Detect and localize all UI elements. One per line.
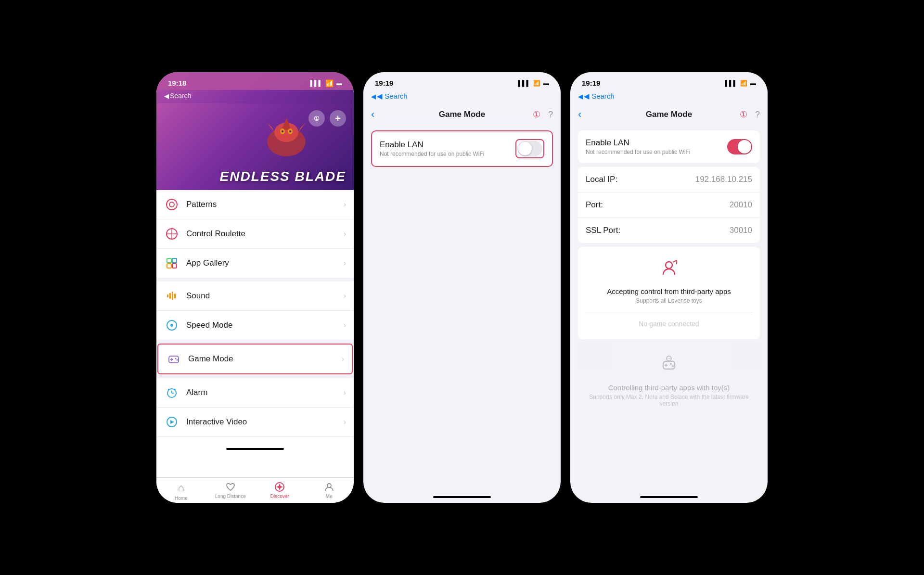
menu-item-speed-mode[interactable]: Speed Mode › — [156, 311, 354, 340]
long-distance-tab-icon — [225, 482, 236, 492]
nav-header-2: ‹ Game Mode ① ? — [363, 104, 561, 127]
menu-item-interactive-video[interactable]: Interactive Video › — [156, 408, 354, 437]
menu-item-game-mode[interactable]: Game Mode › — [157, 344, 353, 374]
toggle-knob-2 — [518, 142, 532, 155]
svg-point-45 — [670, 363, 672, 365]
back-button-2[interactable]: ‹ — [371, 108, 374, 121]
alarm-chevron: › — [344, 388, 346, 397]
tab-discover[interactable]: Discover — [255, 482, 305, 501]
svg-marker-35 — [170, 420, 174, 424]
third-party-card: Accepting control from third-party apps … — [578, 247, 760, 339]
menu-item-alarm[interactable]: Alarm › — [156, 378, 354, 408]
lan-toggle-3[interactable] — [727, 139, 752, 154]
svg-point-28 — [177, 359, 178, 361]
port-label: Port: — [586, 200, 730, 210]
hero-title: ENDLESS BLADE — [220, 169, 346, 184]
menu-item-app-gallery[interactable]: App Gallery › — [156, 249, 354, 278]
menu-item-control-roulette[interactable]: Control Roulette › — [156, 219, 354, 249]
svg-point-38 — [327, 484, 331, 487]
control-card-title: Controlling third-party apps with toy(s) — [608, 383, 730, 392]
sound-label: Sound — [186, 291, 344, 301]
home-indicator-3 — [640, 496, 698, 498]
lan-toggle-2[interactable] — [517, 141, 542, 156]
svg-point-47 — [667, 356, 671, 361]
phone-screen-3: 19:19 ▌▌▌ 📶 ▬ ◀ ◀ Search ‹ Game Mode ① ? — [570, 72, 768, 503]
menu-item-wish-list[interactable]: Wish List › — [156, 437, 354, 445]
patterns-chevron: › — [344, 200, 346, 209]
game-mode-label: Game Mode — [188, 354, 342, 364]
nav-title-3: Game Mode — [646, 110, 692, 119]
svg-point-5 — [282, 130, 283, 132]
search-back-3: ◀ ◀ Search — [570, 90, 768, 104]
svg-point-46 — [672, 365, 674, 367]
tab-home[interactable]: ⌂ Home — [156, 482, 206, 501]
lan-row-3: Enable LAN Not recommended for use on pu… — [578, 130, 760, 163]
me-tab-icon — [324, 482, 334, 492]
lan-sublabel-3: Not recommended for use on public WiFi — [586, 149, 727, 155]
battery-icon-1: ▬ — [336, 80, 342, 87]
port-value: 20010 — [730, 200, 752, 210]
time-2: 19:19 — [375, 79, 393, 87]
status-bar-1: 19:18 ▌▌▌ 📶 ▬ — [156, 72, 354, 90]
control-roulette-icon — [164, 226, 180, 242]
tab-me[interactable]: Me — [305, 482, 354, 501]
profile-icon-2[interactable]: ① — [533, 109, 540, 120]
search-back-chevron-2: ◀ — [371, 93, 376, 100]
home-indicator-1 — [226, 448, 284, 450]
back-chevron-3: ‹ — [578, 108, 581, 121]
discover-tab-icon — [274, 482, 285, 492]
menu-item-sound[interactable]: Sound › — [156, 281, 354, 311]
hero-controls: ① + — [308, 110, 346, 127]
third-party-icon — [659, 258, 679, 281]
svg-marker-37 — [276, 484, 283, 490]
control-card-subtitle: Supports only Max 2, Nora and Solace wit… — [586, 394, 752, 407]
nav-actions-3: ① ? — [740, 109, 760, 120]
app-gallery-icon — [164, 256, 180, 271]
add-button[interactable]: + — [330, 110, 346, 127]
network-section: Local IP: 192.168.10.215 Port: 20010 SSL… — [578, 167, 760, 243]
dragon-illustration — [257, 108, 315, 166]
svg-rect-16 — [167, 264, 171, 268]
status-bar-2: 19:19 ▌▌▌ 📶 ▬ — [363, 72, 561, 90]
toggle-knob-3 — [738, 140, 751, 153]
svg-marker-7 — [267, 123, 274, 132]
svg-marker-8 — [298, 123, 306, 132]
menu-item-patterns[interactable]: Patterns › — [156, 190, 354, 219]
menu-section-main: Patterns › Control Roulette › App Ga — [156, 190, 354, 278]
search-back-text-3[interactable]: ◀ Search — [584, 92, 615, 101]
tab-long-distance[interactable]: Long Distance — [206, 482, 256, 501]
interactive-video-chevron: › — [344, 418, 346, 426]
menu-section-alarm: Alarm › Interactive Video › Wish Lis — [156, 378, 354, 445]
menu-section-game: Game Mode › — [156, 344, 354, 374]
profile-button[interactable]: ① — [308, 110, 325, 127]
wifi-icon-3: 📶 — [740, 80, 747, 87]
signal-icon-3: ▌▌▌ — [725, 80, 737, 87]
signal-icon-2: ▌▌▌ — [518, 80, 530, 87]
svg-rect-19 — [169, 293, 171, 299]
lan-label-3: Enable LAN — [586, 138, 727, 148]
svg-line-40 — [673, 260, 677, 262]
toggle-wrapper-2 — [515, 139, 544, 158]
svg-point-6 — [289, 130, 291, 132]
profile-icon-3[interactable]: ① — [740, 109, 747, 120]
search-back-text-2[interactable]: ◀ Search — [377, 92, 408, 101]
help-button-3[interactable]: ? — [755, 110, 760, 120]
port-row: Port: 20010 — [578, 192, 760, 218]
battery-icon-3: ▬ — [750, 80, 756, 87]
alarm-label: Alarm — [186, 388, 344, 397]
svg-rect-21 — [174, 294, 176, 298]
search-back-1: ◀ Search — [156, 90, 354, 103]
hero-banner: ① + ENDLESS BLADE — [156, 103, 354, 190]
menu-list: Patterns › Control Roulette › App Ga — [156, 190, 354, 445]
nav-actions-2: ① ? — [533, 109, 553, 120]
home-tab-label: Home — [175, 496, 188, 501]
home-tab-icon: ⌂ — [178, 482, 184, 494]
help-button-2[interactable]: ? — [548, 110, 553, 120]
svg-rect-20 — [172, 292, 173, 300]
back-button-3[interactable]: ‹ — [578, 108, 581, 121]
app-gallery-label: App Gallery — [186, 258, 344, 268]
signal-icon-1: ▌▌▌ — [310, 80, 322, 87]
wifi-icon-1: 📶 — [325, 79, 334, 87]
wifi-icon-2: 📶 — [533, 80, 540, 87]
speed-mode-label: Speed Mode — [186, 320, 344, 330]
